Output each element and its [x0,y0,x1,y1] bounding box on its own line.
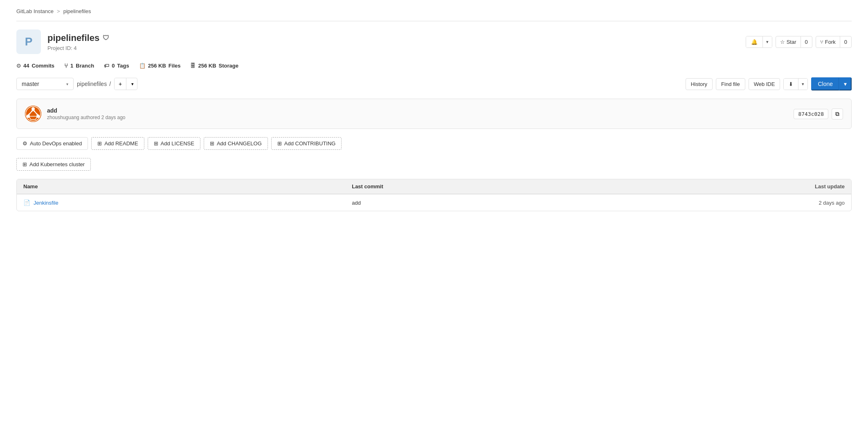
branch-icon: ⑂ [64,62,68,69]
add-k8s-button[interactable]: ⊞ Add Kubernetes cluster [16,158,91,171]
breadcrumb-root[interactable]: GitLab Instance [16,8,54,14]
star-count[interactable]: 0 [801,36,812,47]
header-actions: 🔔 ▾ ☆ Star 0 ⑂ Fork 0 [746,36,852,48]
header-divider [16,21,852,21]
commits-stat[interactable]: ⊙ 44 Commits [16,63,54,69]
commits-count: 44 [23,63,29,69]
storage-size: 256 KB [198,63,216,69]
add-readme-icon: ⊞ [97,140,102,147]
commit-meta: zhoushuguang authored 2 days ago [47,115,126,120]
branch-label: Branch [76,63,94,69]
add-main-button[interactable]: + [115,78,126,90]
commit-hash[interactable]: 8743c028 [794,109,828,119]
branch-chevron-icon: ▾ [66,82,68,86]
action-buttons: ⚙ Auto DevOps enabled ⊞ Add README ⊞ Add… [16,137,852,150]
file-update-cell: 2 days ago [680,200,845,206]
file-table: Name Last commit Last update 📄 Jenkinsfi… [16,179,852,211]
download-main[interactable]: ⬇ [784,79,798,90]
commits-icon: ⊙ [16,63,21,69]
file-name-cell: 📄 Jenkinsfile [23,199,352,206]
fork-count[interactable]: 0 [840,36,851,47]
project-info: pipelinefiles 🛡 Project ID: 4 [47,33,109,51]
stats-bar: ⊙ 44 Commits ⑂ 1 Branch 🏷 0 Tags 📋 256 K… [16,62,852,69]
commit-box: add zhoushuguang authored 2 days ago 874… [16,99,852,129]
action-buttons-row2: ⊞ Add Kubernetes cluster [16,158,852,171]
gear-icon: ⚙ [22,140,27,147]
add-license-icon: ⊞ [154,140,158,147]
file-last-update: 2 days ago [819,200,845,206]
auto-devops-button[interactable]: ⚙ Auto DevOps enabled [16,137,88,150]
fork-label[interactable]: ⑂ Fork [816,36,840,47]
notifications-main[interactable]: 🔔 [746,36,763,47]
add-changelog-button[interactable]: ⊞ Add CHANGELOG [204,137,268,150]
storage-icon: 🗄 [190,63,196,69]
fork-button[interactable]: ⑂ Fork 0 [816,36,852,48]
storage-label: Storage [219,63,238,69]
download-button[interactable]: ⬇ ▾ [783,78,808,90]
star-icon: ☆ [780,39,785,45]
project-header-left: P pipelinefiles 🛡 Project ID: 4 [16,29,109,54]
commit-avatar [25,106,41,122]
breadcrumb-current: pipelinefiles [63,8,91,14]
commit-info: add zhoushuguang authored 2 days ago [47,107,126,120]
files-icon: 📋 [139,63,146,69]
tags-label: Tags [117,63,129,69]
file-icon: 📄 [23,199,30,206]
fork-icon: ⑂ [820,39,823,45]
commit-left: add zhoushuguang authored 2 days ago [25,106,126,122]
add-license-button[interactable]: ⊞ Add LICENSE [148,137,200,150]
project-name: pipelinefiles [47,33,99,43]
web-ide-button[interactable]: Web IDE [749,78,780,90]
branch-name: master [22,81,39,87]
clone-caret-button[interactable]: ▾ [839,77,852,90]
table-row: 📄 Jenkinsfile add 2 days ago [17,194,851,211]
files-label: Files [169,63,181,69]
star-button[interactable]: ☆ Star 0 [776,36,812,48]
add-changelog-icon: ⊞ [210,140,214,147]
shield-icon: 🛡 [103,34,109,42]
file-name: Jenkinsfile [34,200,58,206]
branch-selector[interactable]: master ▾ [16,78,74,90]
path-add-button[interactable]: + ▾ [114,78,137,90]
file-commit-cell: add [352,200,680,206]
add-readme-button[interactable]: ⊞ Add README [91,137,144,150]
breadcrumb: GitLab Instance > pipelinefiles [16,8,852,14]
add-caret-button[interactable]: ▾ [128,79,137,89]
download-icon: ⬇ [789,81,793,87]
find-file-button[interactable]: Find file [716,78,745,90]
clone-button-group[interactable]: Clone ▾ [811,77,852,90]
storage-stat: 🗄 256 KB Storage [190,63,238,69]
branch-stat[interactable]: ⑂ 1 Branch [64,62,94,69]
project-avatar: P [16,29,41,54]
project-id: Project ID: 4 [47,45,109,51]
file-last-commit: add [352,200,361,206]
toolbar: master ▾ pipelinefiles / + ▾ History Fin… [16,77,852,90]
commits-label: Commits [31,63,54,69]
commit-right: 8743c028 ⧉ [794,108,843,120]
copy-hash-button[interactable]: ⧉ [832,108,843,120]
bell-icon: 🔔 [751,39,758,45]
tags-count: 0 [112,63,115,69]
star-label[interactable]: ☆ Star [776,36,801,47]
commit-author: zhoushuguang [47,115,79,120]
path-breadcrumb: pipelinefiles / [77,81,111,87]
add-k8s-icon: ⊞ [22,161,27,167]
add-contributing-button[interactable]: ⊞ Add CONTRIBUTING [271,137,342,150]
path-name: pipelinefiles [77,81,107,87]
notifications-caret[interactable]: ▾ [763,36,772,47]
col-header-commit: Last commit [352,183,680,190]
add-icon: + [119,81,122,87]
commit-time: authored 2 days ago [81,115,125,120]
col-header-name: Name [23,183,352,190]
file-link[interactable]: 📄 Jenkinsfile [23,199,352,206]
toolbar-right: History Find file Web IDE ⬇ ▾ Clone ▾ [686,77,852,90]
clone-main-button[interactable]: Clone [811,77,839,90]
commit-message[interactable]: add [47,107,126,114]
tags-stat[interactable]: 🏷 0 Tags [104,63,129,69]
tags-icon: 🏷 [104,63,109,69]
notifications-button[interactable]: 🔔 ▾ [746,36,772,48]
files-size: 256 KB [148,63,166,69]
download-caret[interactable]: ▾ [798,79,807,90]
files-stat[interactable]: 📋 256 KB Files [139,63,181,69]
history-button[interactable]: History [686,78,713,90]
